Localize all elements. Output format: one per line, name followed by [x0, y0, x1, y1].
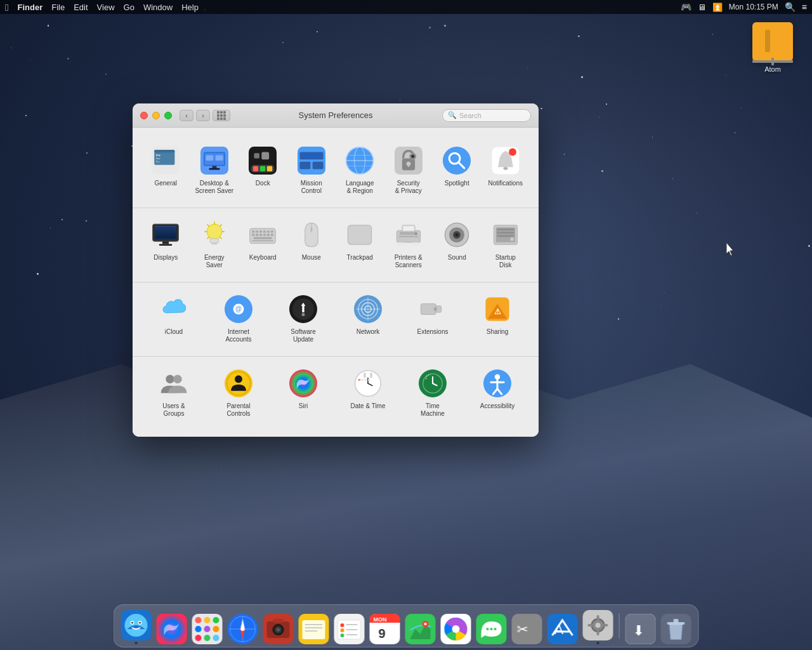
menubar-status-icon-1[interactable]: 🎮: [681, 2, 691, 12]
svg-point-150: [204, 635, 211, 641]
dock-item-safari[interactable]: [226, 610, 260, 644]
pref-desktop-screensaver[interactable]: Desktop &Screen Saver: [192, 139, 238, 200]
svg-rect-62: [271, 230, 273, 232]
dock-item-appstore[interactable]: A: [546, 610, 580, 644]
apple-menu[interactable]: : [5, 2, 8, 13]
dock-item-reminders[interactable]: [332, 610, 367, 644]
pref-internet-accounts[interactable]: @ InternetAccounts: [207, 288, 270, 348]
svg-rect-167: [305, 624, 323, 625]
pref-date-time[interactable]: 18 Date & Time: [337, 362, 399, 423]
dock-item-sysprefs[interactable]: [581, 610, 615, 644]
pref-trackpad[interactable]: Trackpad: [337, 213, 383, 274]
svg-point-113: [235, 375, 242, 383]
minimize-button[interactable]: [152, 112, 160, 119]
mission-control-svg: [298, 147, 325, 175]
maximize-button[interactable]: [164, 112, 172, 119]
pref-siri[interactable]: Siri: [272, 362, 334, 423]
dock-calendar-icon: 9 MON: [370, 614, 400, 644]
pref-extensions[interactable]: Extensions: [402, 288, 464, 348]
pref-time-machine[interactable]: TimeMachine: [402, 362, 464, 423]
dock-item-scripteditor[interactable]: ✂: [510, 610, 544, 644]
svg-rect-23: [298, 147, 325, 175]
pref-accessibility[interactable]: Accessibility: [466, 362, 528, 423]
search-box[interactable]: 🔍 Search: [442, 109, 531, 122]
users-groups-icon: [157, 367, 190, 400]
menubar-timemachine-icon[interactable]: ⏫: [712, 3, 723, 12]
search-placeholder: Search: [459, 112, 481, 119]
security-privacy-svg: [395, 147, 422, 175]
dock-item-calendar[interactable]: 9 MON: [368, 610, 402, 644]
dock-item-notes[interactable]: [297, 610, 331, 644]
svg-point-97: [301, 313, 304, 316]
view-button[interactable]: [213, 110, 230, 121]
menubar-search-icon[interactable]: 🔍: [785, 2, 796, 12]
pref-mouse[interactable]: Mouse: [289, 213, 335, 274]
svg-rect-14: [206, 156, 213, 161]
dock-item-siri[interactable]: [155, 610, 189, 644]
pref-mission-control[interactable]: MissionControl: [289, 139, 335, 200]
svg-rect-1: [752, 60, 793, 63]
menubar-view[interactable]: View: [97, 3, 115, 12]
pref-parental-controls[interactable]: ParentalControls: [207, 362, 270, 423]
displays-label: Displays: [154, 254, 178, 262]
desktop-icon-atom[interactable]: Atom: [752, 22, 793, 73]
back-button[interactable]: ‹: [180, 110, 193, 121]
svg-rect-202: [588, 624, 593, 627]
menubar-go[interactable]: Go: [124, 3, 134, 12]
software-update-svg: [289, 295, 317, 323]
pref-displays[interactable]: Displays: [143, 213, 189, 274]
dock-label: Dock: [256, 180, 270, 187]
section-internet: iCloud @ InternetAccounts: [133, 282, 539, 357]
dock-item-launchpad[interactable]: [190, 610, 225, 644]
time-machine-svg: [419, 369, 447, 397]
svg-point-112: [226, 371, 250, 395]
pref-users-groups[interactable]: Users &Groups: [143, 362, 205, 423]
dock-item-downloads[interactable]: ⬇: [624, 610, 658, 644]
pref-software-update[interactable]: SoftwareUpdate: [272, 288, 334, 348]
atom-svg: [752, 22, 793, 63]
dock-item-photobooth[interactable]: [261, 610, 296, 644]
trackpad-icon: [343, 218, 376, 251]
pref-general[interactable]: File New Doc General: [143, 139, 189, 200]
pref-security-privacy[interactable]: Security& Privacy: [386, 139, 432, 200]
menubar-right: 🎮 🖥 ⏫ Mon 10:15 PM 🔍 ≡: [681, 2, 807, 12]
menubar-edit[interactable]: Edit: [74, 3, 88, 12]
dock-item-trash[interactable]: [659, 610, 693, 644]
menubar-help[interactable]: Help: [181, 3, 199, 12]
dock-item-photos[interactable]: [439, 610, 473, 644]
date-time-label: Date & Time: [350, 402, 385, 410]
dock-item-finder[interactable]: [119, 610, 154, 644]
menubar-finder[interactable]: Finder: [17, 3, 43, 12]
pref-energy-saver[interactable]: EnergySaver: [192, 213, 238, 274]
pref-spotlight[interactable]: Spotlight: [434, 139, 480, 200]
dock-launchpad-icon: [192, 614, 223, 644]
pref-keyboard[interactable]: Keyboard: [240, 213, 286, 274]
pref-sharing[interactable]: ⚠ Sharing: [466, 288, 528, 348]
pref-dock[interactable]: Dock: [240, 139, 286, 200]
pref-icloud[interactable]: iCloud: [143, 288, 205, 348]
svg-point-185: [424, 623, 427, 625]
svg-rect-60: [263, 230, 266, 232]
forward-button[interactable]: ›: [196, 110, 210, 121]
dock-item-messages[interactable]: [475, 610, 509, 644]
pref-startup-disk[interactable]: StartupDisk: [483, 213, 529, 274]
internet-accounts-svg: @: [225, 295, 252, 323]
svg-rect-169: [305, 630, 318, 632]
pref-notifications[interactable]: Notifications: [483, 139, 529, 200]
sharing-svg: ⚠: [483, 295, 511, 323]
menubar-list-icon[interactable]: ≡: [802, 2, 807, 12]
pref-network[interactable]: Network: [337, 288, 399, 348]
icloud-svg: [160, 295, 188, 323]
svg-point-148: [213, 626, 219, 632]
pref-sound[interactable]: Sound: [434, 213, 480, 274]
displays-svg: [152, 221, 180, 249]
menubar-display-icon[interactable]: 🖥: [698, 3, 706, 12]
pref-language-region[interactable]: Language& Region: [337, 139, 383, 200]
dock-trash-icon: [661, 614, 691, 644]
close-button[interactable]: [140, 112, 148, 119]
dock-item-maps[interactable]: [403, 610, 438, 644]
pref-printers-scanners[interactable]: Printers &Scanners: [386, 213, 432, 274]
dock-safari-icon: [228, 614, 258, 644]
menubar-window[interactable]: Window: [143, 3, 173, 12]
menubar-file[interactable]: File: [51, 3, 65, 12]
